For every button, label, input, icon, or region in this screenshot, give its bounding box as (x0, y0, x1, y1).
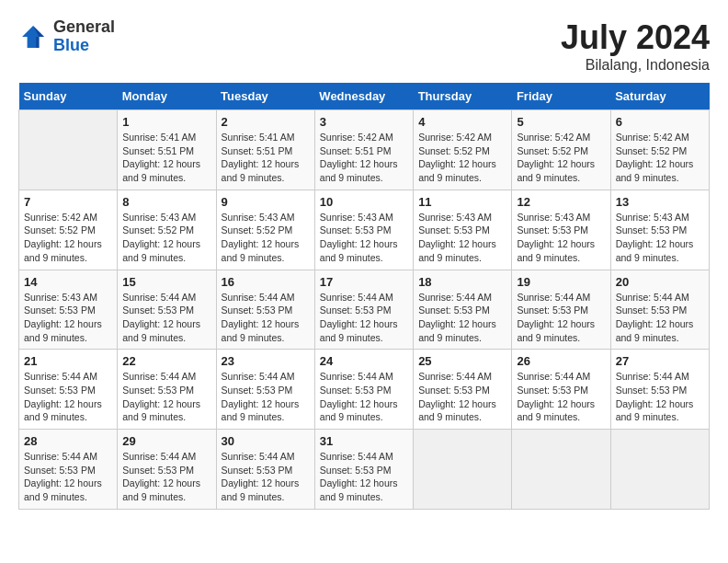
day-info: Sunrise: 5:44 AMSunset: 5:53 PMDaylight:… (517, 291, 605, 345)
calendar-cell: 9Sunrise: 5:43 AMSunset: 5:52 PMDaylight… (216, 190, 314, 270)
logo: General Blue (18, 18, 115, 55)
day-info: Sunrise: 5:42 AMSunset: 5:52 PMDaylight:… (418, 131, 506, 185)
calendar-cell: 26Sunrise: 5:44 AMSunset: 5:53 PMDayligh… (512, 350, 610, 430)
calendar-week-row: 1Sunrise: 5:41 AMSunset: 5:51 PMDaylight… (19, 110, 710, 190)
calendar-cell: 8Sunrise: 5:43 AMSunset: 5:52 PMDaylight… (118, 190, 216, 270)
calendar-cell (19, 110, 118, 190)
calendar-cell: 2Sunrise: 5:41 AMSunset: 5:51 PMDaylight… (216, 110, 314, 190)
day-info: Sunrise: 5:41 AMSunset: 5:51 PMDaylight:… (122, 131, 210, 185)
day-info: Sunrise: 5:44 AMSunset: 5:53 PMDaylight:… (24, 370, 112, 424)
calendar-header-row: SundayMondayTuesdayWednesdayThursdayFrid… (19, 83, 710, 110)
day-number: 12 (517, 195, 605, 209)
day-info: Sunrise: 5:44 AMSunset: 5:53 PMDaylight:… (222, 450, 310, 504)
day-number: 7 (24, 195, 112, 209)
day-number: 18 (418, 275, 506, 289)
calendar-cell: 6Sunrise: 5:42 AMSunset: 5:52 PMDaylight… (610, 110, 709, 190)
weekday-header-wednesday: Wednesday (314, 83, 413, 110)
calendar-cell: 3Sunrise: 5:42 AMSunset: 5:51 PMDaylight… (314, 110, 413, 190)
day-number: 4 (418, 115, 506, 129)
day-info: Sunrise: 5:43 AMSunset: 5:53 PMDaylight:… (320, 211, 408, 265)
calendar-cell: 4Sunrise: 5:42 AMSunset: 5:52 PMDaylight… (414, 110, 512, 190)
logo-blue: Blue (53, 36, 89, 54)
day-number: 2 (222, 115, 310, 129)
calendar-cell: 22Sunrise: 5:44 AMSunset: 5:53 PMDayligh… (118, 350, 216, 430)
title-block: July 2024 Bilalang, Indonesia (561, 18, 710, 74)
weekday-header-tuesday: Tuesday (216, 83, 314, 110)
day-info: Sunrise: 5:44 AMSunset: 5:53 PMDaylight:… (616, 370, 704, 424)
day-number: 11 (418, 195, 506, 209)
day-number: 31 (320, 434, 408, 448)
day-info: Sunrise: 5:43 AMSunset: 5:53 PMDaylight:… (616, 211, 704, 265)
logo-icon (18, 22, 48, 52)
weekday-header-thursday: Thursday (414, 83, 512, 110)
day-number: 25 (418, 354, 506, 368)
calendar-cell: 12Sunrise: 5:43 AMSunset: 5:53 PMDayligh… (512, 190, 610, 270)
calendar-cell: 7Sunrise: 5:42 AMSunset: 5:52 PMDaylight… (19, 190, 118, 270)
day-info: Sunrise: 5:44 AMSunset: 5:53 PMDaylight:… (418, 291, 506, 345)
day-info: Sunrise: 5:44 AMSunset: 5:53 PMDaylight:… (122, 291, 210, 345)
calendar-cell (414, 430, 512, 510)
calendar-week-row: 28Sunrise: 5:44 AMSunset: 5:53 PMDayligh… (19, 430, 710, 510)
day-info: Sunrise: 5:43 AMSunset: 5:53 PMDaylight:… (418, 211, 506, 265)
calendar-cell: 13Sunrise: 5:43 AMSunset: 5:53 PMDayligh… (610, 190, 709, 270)
day-number: 24 (320, 354, 408, 368)
day-number: 14 (24, 275, 112, 289)
day-number: 9 (222, 195, 310, 209)
day-number: 16 (222, 275, 310, 289)
day-number: 29 (122, 434, 210, 448)
day-info: Sunrise: 5:43 AMSunset: 5:52 PMDaylight:… (122, 211, 210, 265)
calendar-table: SundayMondayTuesdayWednesdayThursdayFrid… (18, 83, 710, 510)
calendar-week-row: 21Sunrise: 5:44 AMSunset: 5:53 PMDayligh… (19, 350, 710, 430)
day-number: 22 (122, 354, 210, 368)
day-info: Sunrise: 5:42 AMSunset: 5:52 PMDaylight:… (517, 131, 605, 185)
calendar-cell: 14Sunrise: 5:43 AMSunset: 5:53 PMDayligh… (19, 270, 118, 350)
day-info: Sunrise: 5:44 AMSunset: 5:53 PMDaylight:… (24, 450, 112, 504)
day-number: 3 (320, 115, 408, 129)
day-info: Sunrise: 5:44 AMSunset: 5:53 PMDaylight:… (616, 291, 704, 345)
weekday-header-sunday: Sunday (19, 83, 118, 110)
calendar-cell (512, 430, 610, 510)
calendar-cell: 23Sunrise: 5:44 AMSunset: 5:53 PMDayligh… (216, 350, 314, 430)
day-number: 28 (24, 434, 112, 448)
day-number: 6 (616, 115, 704, 129)
calendar-cell: 30Sunrise: 5:44 AMSunset: 5:53 PMDayligh… (216, 430, 314, 510)
day-number: 10 (320, 195, 408, 209)
calendar-cell: 28Sunrise: 5:44 AMSunset: 5:53 PMDayligh… (19, 430, 118, 510)
calendar-cell: 27Sunrise: 5:44 AMSunset: 5:53 PMDayligh… (610, 350, 709, 430)
day-number: 5 (517, 115, 605, 129)
calendar-cell: 16Sunrise: 5:44 AMSunset: 5:53 PMDayligh… (216, 270, 314, 350)
calendar-cell: 20Sunrise: 5:44 AMSunset: 5:53 PMDayligh… (610, 270, 709, 350)
day-info: Sunrise: 5:43 AMSunset: 5:53 PMDaylight:… (24, 291, 112, 345)
calendar-cell: 5Sunrise: 5:42 AMSunset: 5:52 PMDaylight… (512, 110, 610, 190)
day-number: 8 (122, 195, 210, 209)
calendar-cell: 25Sunrise: 5:44 AMSunset: 5:53 PMDayligh… (414, 350, 512, 430)
calendar-cell: 31Sunrise: 5:44 AMSunset: 5:53 PMDayligh… (314, 430, 413, 510)
day-number: 17 (320, 275, 408, 289)
calendar-cell: 1Sunrise: 5:41 AMSunset: 5:51 PMDaylight… (118, 110, 216, 190)
day-number: 26 (517, 354, 605, 368)
calendar-week-row: 14Sunrise: 5:43 AMSunset: 5:53 PMDayligh… (19, 270, 710, 350)
logo-text: General Blue (53, 18, 115, 55)
calendar-cell (610, 430, 709, 510)
day-info: Sunrise: 5:44 AMSunset: 5:53 PMDaylight:… (320, 370, 408, 424)
day-info: Sunrise: 5:41 AMSunset: 5:51 PMDaylight:… (222, 131, 310, 185)
day-info: Sunrise: 5:42 AMSunset: 5:52 PMDaylight:… (616, 131, 704, 185)
calendar-cell: 19Sunrise: 5:44 AMSunset: 5:53 PMDayligh… (512, 270, 610, 350)
day-info: Sunrise: 5:44 AMSunset: 5:53 PMDaylight:… (320, 291, 408, 345)
day-info: Sunrise: 5:42 AMSunset: 5:52 PMDaylight:… (24, 211, 112, 265)
calendar-cell: 21Sunrise: 5:44 AMSunset: 5:53 PMDayligh… (19, 350, 118, 430)
day-info: Sunrise: 5:43 AMSunset: 5:52 PMDaylight:… (222, 211, 310, 265)
calendar-cell: 18Sunrise: 5:44 AMSunset: 5:53 PMDayligh… (414, 270, 512, 350)
day-number: 21 (24, 354, 112, 368)
calendar-cell: 17Sunrise: 5:44 AMSunset: 5:53 PMDayligh… (314, 270, 413, 350)
location-subtitle: Bilalang, Indonesia (561, 57, 710, 74)
day-info: Sunrise: 5:42 AMSunset: 5:51 PMDaylight:… (320, 131, 408, 185)
day-info: Sunrise: 5:44 AMSunset: 5:53 PMDaylight:… (222, 291, 310, 345)
calendar-week-row: 7Sunrise: 5:42 AMSunset: 5:52 PMDaylight… (19, 190, 710, 270)
day-info: Sunrise: 5:44 AMSunset: 5:53 PMDaylight:… (517, 370, 605, 424)
day-number: 15 (122, 275, 210, 289)
day-number: 30 (222, 434, 310, 448)
day-number: 23 (222, 354, 310, 368)
day-info: Sunrise: 5:44 AMSunset: 5:53 PMDaylight:… (418, 370, 506, 424)
calendar-cell: 24Sunrise: 5:44 AMSunset: 5:53 PMDayligh… (314, 350, 413, 430)
